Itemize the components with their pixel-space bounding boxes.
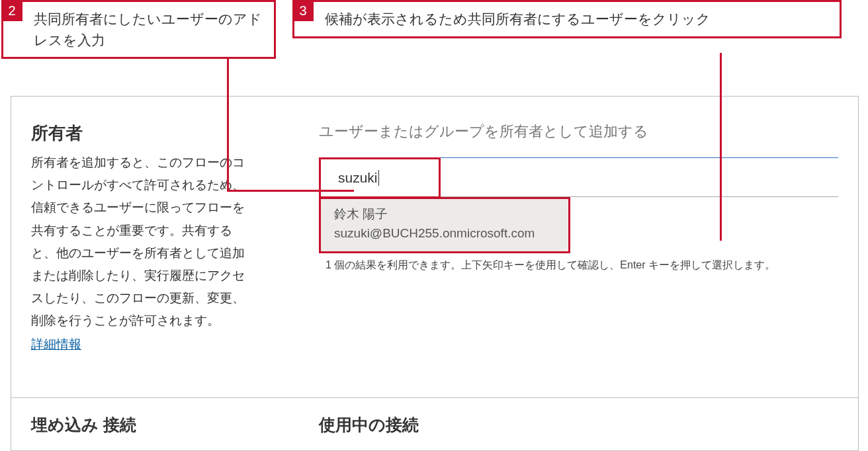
learn-more-link[interactable]: 詳細情報 <box>31 337 81 351</box>
connections-row: 埋め込み 接続 使用中の接続 <box>11 397 858 450</box>
suggestion-item[interactable]: 鈴木 陽子 suzuki@BUCH255.onmicrosoft.com <box>319 197 570 253</box>
connector-line <box>227 53 229 192</box>
owners-panel: 所有者 所有者を追加すると、このフローのコントロールがすべて許可されるため、信頼… <box>11 96 859 451</box>
in-use-connection-heading: 使用中の接続 <box>299 398 858 450</box>
add-owners-label: ユーザーまたはグループを所有者として追加する <box>319 122 838 142</box>
step-3-text: 候補が表示されるため共同所有者にするユーザーをクリック <box>325 11 711 26</box>
connector-line <box>227 190 354 192</box>
owners-heading: 所有者 <box>31 122 249 145</box>
add-owners-area: ユーザーまたはグループを所有者として追加する suzuki 鈴木 陽子 suzu… <box>319 122 838 356</box>
instruction-step-3: 3 候補が表示されるため共同所有者にするユーザーをクリック <box>292 0 842 38</box>
instruction-step-2: 2 共同所有者にしたいユーザーのアドレスを入力 <box>1 0 276 59</box>
suggestion-email: suzuki@BUCH255.onmicrosoft.com <box>334 224 555 243</box>
suggestion-name: 鈴木 陽子 <box>334 204 555 224</box>
step-2-text: 共同所有者にしたいユーザーのアドレスを入力 <box>34 11 262 48</box>
embed-connection-heading: 埋め込み 接続 <box>11 398 299 450</box>
owner-search-input[interactable]: suzuki <box>319 157 838 197</box>
step-number-badge: 2 <box>1 0 22 21</box>
step-number-badge: 3 <box>292 0 314 21</box>
result-hint-text: 1 個の結果を利用できます。上下矢印キーを使用して確認し、Enter キーを押し… <box>319 253 838 272</box>
typed-text: suzuki <box>338 170 378 186</box>
typed-text-highlight: suzuki <box>319 157 441 198</box>
owners-info: 所有者 所有者を追加すると、このフローのコントロールがすべて許可されるため、信頼… <box>31 122 249 356</box>
connector-line <box>720 53 722 241</box>
text-cursor <box>378 170 379 186</box>
owners-description: 所有者を追加すると、このフローのコントロールがすべて許可されるため、信頼できるユ… <box>31 151 249 333</box>
owners-section: 所有者 所有者を追加すると、このフローのコントロールがすべて許可されるため、信頼… <box>11 97 858 383</box>
owner-search-wrap: suzuki 鈴木 陽子 suzuki@BUCH255.onmicrosoft.… <box>319 157 838 272</box>
